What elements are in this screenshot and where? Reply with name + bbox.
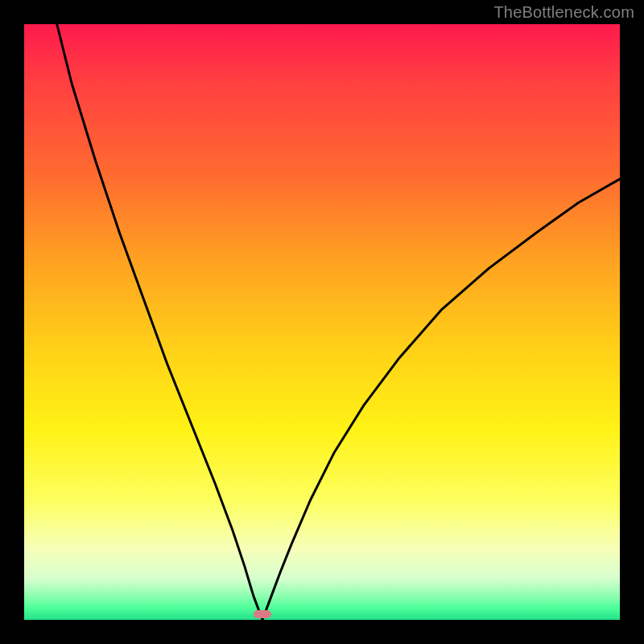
- plot-area: [24, 24, 620, 620]
- attribution-text: TheBottleneck.com: [493, 3, 634, 22]
- minimum-marker: [254, 610, 271, 618]
- bottleneck-curve: [24, 0, 620, 620]
- curve-layer: [24, 24, 620, 620]
- chart-frame: TheBottleneck.com: [0, 0, 644, 644]
